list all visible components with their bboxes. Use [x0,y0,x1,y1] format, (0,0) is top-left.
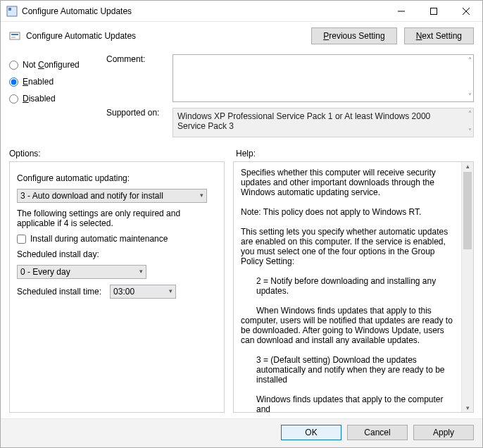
state-radio-group: Not Configured Enabled Disabled [9,54,99,137]
previous-setting-button[interactable]: Previous Setting [311,27,396,44]
radio-enabled-input[interactable] [9,77,18,87]
scroll-down-icon[interactable]: ˅ [468,127,472,135]
scrollbar-thumb[interactable] [463,172,472,249]
title-bar: Configure Automatic Updates [1,1,482,22]
configure-updating-select[interactable]: 3 - Auto download and notify for install… [17,189,207,203]
next-setting-button[interactable]: Next Setting [404,27,474,44]
scheduled-time-label: Scheduled install time: [17,287,101,297]
configure-updating-label: Configure automatic updating: [17,173,217,183]
subheader-title: Configure Automatic Updates [26,31,136,41]
help-text: Specifies whether this computer will rec… [241,168,459,413]
radio-disabled-input[interactable] [9,94,18,104]
supported-on-value: Windows XP Professional Service Pack 1 o… [172,108,474,137]
install-during-maintenance-input[interactable] [17,235,26,244]
radio-disabled[interactable]: Disabled [9,94,99,104]
radio-not-configured[interactable]: Not Configured [9,60,99,70]
options-note: The following settings are only required… [17,209,217,228]
radio-not-configured-input[interactable] [9,61,18,70]
supported-on-label: Supported on: [106,108,168,118]
svg-rect-6 [10,32,20,39]
scheduled-day-select[interactable]: 0 - Every day ▾ [17,265,146,279]
dialog-footer: OK Cancel Apply [1,418,482,447]
svg-rect-8 [11,37,15,38]
scroll-up-icon[interactable]: ˄ [468,110,472,118]
maximize-button[interactable] [418,1,450,22]
install-during-maintenance-checkbox[interactable]: Install during automatic maintenance [17,234,217,244]
scroll-up-icon[interactable]: ˄ [468,56,472,64]
app-icon [6,6,18,17]
scroll-down-icon[interactable]: ˅ [468,92,472,100]
options-heading: Options: [9,149,227,158]
scheduled-time-select[interactable]: 03:00 ▾ [110,285,176,299]
minimize-button[interactable] [385,1,418,22]
help-heading: Help: [236,149,256,158]
subheader: Configure Automatic Updates Previous Set… [1,22,482,54]
chevron-down-icon: ▾ [200,192,203,199]
chevron-down-icon: ▾ [139,268,143,275]
apply-button[interactable]: Apply [413,425,474,440]
svg-rect-3 [431,8,437,14]
scheduled-day-label: Scheduled install day: [17,249,217,259]
help-pane: Specifies whether this computer will rec… [233,161,474,413]
scroll-down-icon[interactable]: ▾ [462,404,473,411]
chevron-down-icon: ▾ [169,287,172,294]
options-pane: Configure automatic updating: 3 - Auto d… [9,161,225,413]
svg-rect-7 [11,34,18,35]
window-title: Configure Automatic Updates [22,6,385,16]
ok-button[interactable]: OK [281,425,341,440]
scroll-up-icon[interactable]: ▴ [462,163,473,170]
comment-label: Comment: [106,54,168,102]
close-button[interactable] [450,1,482,22]
help-scrollbar[interactable]: ▴ ▾ [461,162,473,412]
cancel-button[interactable]: Cancel [347,425,408,440]
comment-input[interactable]: ˄ ˅ [172,54,474,102]
policy-icon [9,30,20,42]
svg-rect-1 [8,8,11,11]
radio-enabled[interactable]: Enabled [9,77,99,87]
